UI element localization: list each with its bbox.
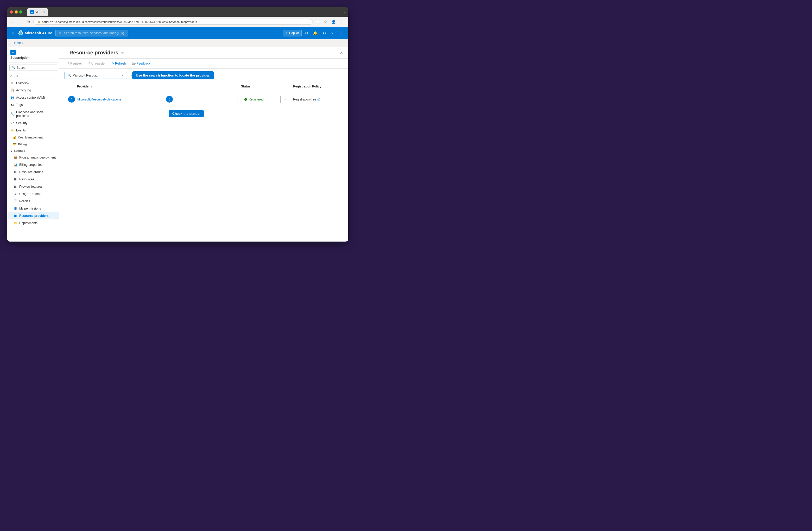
sidebar-group-settings[interactable]: ∨ Settings [7, 147, 59, 154]
new-tab-button[interactable]: + [49, 9, 55, 15]
sidebar-item-label-iam: Access control (IAM) [16, 96, 45, 99]
breadcrumb-home[interactable]: Home [13, 41, 21, 45]
sidebar-item-label-my-permissions: My permissions [19, 207, 41, 210]
notifications-button[interactable]: 🔔 [311, 29, 320, 37]
tab-close-btn[interactable]: × [43, 11, 45, 14]
refresh-button[interactable]: ↻ Refresh [109, 61, 128, 66]
provider-sort-icon[interactable]: ↑ [91, 85, 92, 88]
pane-header: | Resource providers ☆ ··· ✕ [59, 47, 348, 59]
sidebar-type-icon: ≡ [11, 50, 56, 55]
sidebar-collapse-btn[interactable]: ◁ [15, 74, 19, 78]
azure-logo-icon [18, 30, 23, 35]
sidebar-item-label-deployments: Deployments [19, 221, 38, 225]
register-button[interactable]: ↺ Register [64, 61, 84, 66]
azure-logo[interactable]: Microsoft Azure [18, 30, 52, 35]
profile-nav-button[interactable]: 👤 [336, 29, 345, 37]
cost-management-icon: 💰 [13, 135, 16, 139]
back-button[interactable]: ← [11, 19, 16, 25]
copilot-button[interactable]: ✦ Copilot [282, 30, 302, 37]
favorites-btn[interactable]: ☆ [322, 19, 329, 25]
filter-value: Microsoft.Resour... [73, 74, 120, 77]
activity-log-icon: 📋 [11, 88, 14, 92]
url-text: portal.azure.com/#@cross4cloud.com/resou… [42, 20, 197, 24]
sidebar-search-box[interactable]: 🔍 [9, 64, 57, 71]
sidebar-group-cost-management[interactable]: › 💰 Cost Management [7, 134, 59, 141]
sidebar-item-my-permissions[interactable]: 👤 My permissions [7, 205, 59, 212]
feedback-button[interactable]: 💬 Feedback [130, 61, 153, 66]
sidebar-search-input[interactable] [17, 66, 56, 70]
filter-box[interactable]: 🔍 Microsoft.Resour... × [64, 72, 127, 79]
sidebar-item-policies[interactable]: 📄 Policies [7, 198, 59, 205]
sidebar-group-billing[interactable]: › 💳 Billing [7, 141, 59, 147]
profile-btn[interactable]: 👤 [330, 19, 337, 25]
unregister-label: Unregister [91, 62, 106, 65]
provider-name-link[interactable]: Microsoft.ResourceNotifications [77, 98, 121, 101]
col-header-provider[interactable]: Provider ↑ [75, 84, 239, 89]
register-icon: ↺ [67, 62, 69, 65]
sidebar-item-security[interactable]: 🛡 Security [7, 119, 59, 127]
tab-bar: A Mi... × + ⌄ [27, 8, 346, 16]
sidebar-item-resource-groups[interactable]: ⊞ Resource groups [7, 168, 59, 176]
overview-icon: ⊞ [11, 81, 14, 85]
top-search-placeholder: Search resources, services, and docs (G+… [64, 31, 124, 35]
sidebar-item-resources[interactable]: ⊞ Resources [7, 176, 59, 183]
my-permissions-icon: 👤 [14, 207, 17, 210]
sidebar-item-tags[interactable]: 🏷 Tags [7, 101, 59, 109]
sidebar-item-programmatic[interactable]: 📦 Programmatic deployment [7, 154, 59, 161]
step-5-label: 5 [169, 97, 170, 101]
step-5-badge: 5 [166, 96, 173, 103]
policy-info-icon[interactable]: ⓘ [317, 98, 320, 101]
status-label: Registered [248, 98, 264, 101]
sidebar-item-diagnose[interactable]: 🔧 Diagnose and solve problems [7, 109, 59, 119]
close-traffic-light[interactable] [10, 11, 13, 14]
sidebar-item-usage-quotas[interactable]: ≡ Usage + quotas [7, 190, 59, 198]
minimize-traffic-light[interactable] [15, 11, 18, 14]
col-header-policy: Registration Policy [291, 84, 343, 89]
star-button[interactable]: ☆ [121, 51, 125, 55]
refresh-label: Refresh [115, 62, 126, 65]
sidebar-item-activity-log[interactable]: 📋 Activity log [7, 87, 59, 94]
sidebar-item-events[interactable]: ⚡ Events [7, 127, 59, 134]
extensions-btn[interactable]: ⊞ [315, 19, 321, 25]
sidebar-item-resource-providers[interactable]: ⊞ Resource providers [7, 212, 59, 219]
maximize-traffic-light[interactable] [19, 11, 23, 14]
sidebar-item-deployments[interactable]: 📁 Deployments [7, 219, 59, 227]
sidebar-search-area: 🔍 [7, 62, 59, 73]
sidebar-item-iam[interactable]: 👥 Access control (IAM) [7, 94, 59, 101]
filter-clear-button[interactable]: × [121, 74, 124, 77]
menu-btn[interactable]: ⋮ [338, 19, 345, 25]
billing-expand-icon: › [11, 143, 11, 146]
usage-quotas-icon: ≡ [14, 192, 17, 196]
top-search-box[interactable]: 🔍 Search resources, services, and docs (… [55, 30, 128, 37]
cost-management-expand-icon: › [11, 136, 11, 139]
sidebar-group-label-settings: Settings [14, 149, 25, 152]
forward-button[interactable]: → [18, 19, 24, 25]
sidebar-group-label-billing: Billing [18, 143, 27, 146]
close-pane-button[interactable]: ✕ [340, 51, 343, 55]
sidebar-item-billing-props[interactable]: 📊 Billing properties [7, 161, 59, 168]
unregister-button[interactable]: ↺ Unregister [86, 61, 108, 66]
active-tab[interactable]: A Mi... × [27, 8, 48, 16]
url-box[interactable]: 🔒 portal.azure.com/#@cross4cloud.com/res… [33, 19, 313, 25]
register-label: Register [70, 62, 82, 65]
mail-button[interactable]: ✉ [303, 29, 310, 37]
refresh-button[interactable]: ↻ [26, 19, 31, 25]
settings-button[interactable]: ⚙ [321, 29, 328, 37]
check-status-bubble: Check the status. [169, 110, 204, 117]
sidebar-item-overview[interactable]: ⊞ Overview [7, 80, 59, 87]
title-bar: A Mi... × + ⌄ [7, 7, 348, 17]
more-button[interactable]: ··· [127, 51, 130, 55]
row-more-button[interactable]: ··· [282, 97, 289, 102]
azure-logo-text: Microsoft Azure [25, 31, 52, 35]
policy-label: RegistrationFree [293, 98, 316, 101]
programmatic-icon: 📦 [14, 156, 17, 159]
help-button[interactable]: ? [329, 29, 335, 37]
hamburger-menu-button[interactable]: ≡ [11, 30, 15, 37]
sidebar-item-preview[interactable]: ⊞ Preview features [7, 183, 59, 190]
check-status-area: Check the status. [169, 110, 343, 117]
sidebar-expand-btn[interactable]: ◇ [9, 74, 14, 78]
sidebar-item-label-programmatic: Programmatic deployment [19, 156, 56, 159]
iam-icon: 👥 [11, 96, 14, 99]
search-tooltip-text: Use the search function to locate the pr… [136, 73, 210, 77]
top-nav: ≡ Microsoft Azure 🔍 Search resources, se… [7, 27, 348, 39]
